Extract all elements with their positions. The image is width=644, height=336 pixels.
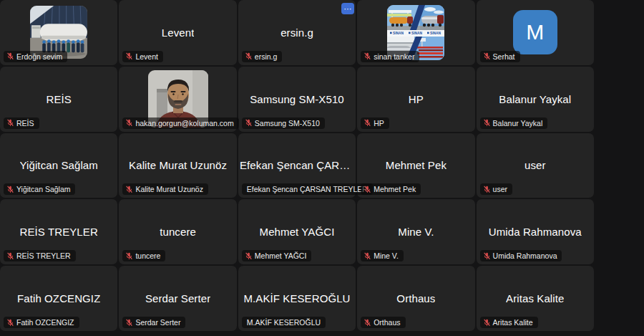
participant-display-name: REİS xyxy=(46,93,71,105)
svg-text:SINAN: SINAN xyxy=(393,32,404,35)
participant-tile[interactable]: Levent Levent xyxy=(119,0,236,65)
participant-label-text: ersin.g xyxy=(255,52,278,61)
muted-mic-icon xyxy=(245,119,253,127)
participant-label-text: Mehmet YAĞCI xyxy=(255,251,307,260)
participant-name-label: Fatih OZCENGIZ xyxy=(4,317,79,328)
participant-name-label: M.AKİF KESEROĞLU xyxy=(242,317,326,328)
participant-name-label: sinan tanker xyxy=(361,51,419,62)
muted-mic-icon xyxy=(125,186,133,193)
participant-display-name: user xyxy=(525,159,546,171)
participant-tile[interactable]: Mehmet Pek Mehmet Pek xyxy=(357,133,474,198)
muted-mic-icon xyxy=(245,252,253,260)
participant-name-label: Balanur Yaykal xyxy=(480,117,548,129)
participant-avatar: M xyxy=(513,10,557,54)
participant-tile[interactable]: REİS REİS xyxy=(0,67,117,132)
participant-label-text: Serhat xyxy=(493,52,515,61)
muted-mic-icon xyxy=(483,52,491,60)
participant-name-label: Yiğitcan Sağlam xyxy=(4,183,75,195)
participant-name-label: user xyxy=(480,183,512,195)
participant-tile[interactable]: Serdar Serter Serdar Serter xyxy=(119,266,236,331)
participant-tile[interactable]: Mine V. Mine V. xyxy=(357,199,474,264)
participant-label-text: Kalite Murat Uzunöz xyxy=(135,185,203,193)
participant-display-name: Umida Rahmanova xyxy=(489,226,582,238)
participant-tile[interactable]: M.AKİF KESEROĞLU M.AKİF KESEROĞLU xyxy=(238,266,356,331)
muted-mic-icon xyxy=(6,52,14,60)
participant-display-name: Samsung SM-X510 xyxy=(250,93,344,105)
participant-display-name: Mehmet YAĞCI xyxy=(260,226,335,238)
participant-name-label: REİS xyxy=(4,117,39,129)
participant-display-name: Fatih OZCENGIZ xyxy=(17,292,100,304)
participant-tile[interactable]: Fatih OZCENGIZ Fatih OZCENGIZ xyxy=(0,266,117,331)
muted-mic-icon xyxy=(6,252,14,260)
participant-tile[interactable]: M Serhat xyxy=(477,0,594,65)
participant-label-text: REİS xyxy=(16,119,34,128)
participant-tile[interactable]: ersin.g ersin.g xyxy=(238,0,356,65)
muted-mic-icon xyxy=(483,186,491,193)
participant-display-name: tuncere xyxy=(160,226,196,238)
participant-tile[interactable]: Mehmet YAĞCI Mehmet YAĞCI xyxy=(238,199,356,264)
participant-name-label: REİS TREYLER xyxy=(4,250,76,261)
participant-display-name: Kalite Murat Uzunöz xyxy=(129,159,227,171)
muted-mic-icon xyxy=(364,319,371,327)
muted-mic-icon xyxy=(125,52,133,60)
muted-mic-icon xyxy=(6,186,14,193)
participant-display-name: REİS TREYLER xyxy=(20,226,98,238)
participant-tile[interactable]: Erdoğn sevim xyxy=(0,0,117,65)
participant-tile[interactable]: user user xyxy=(477,133,594,198)
participant-tile[interactable]: Yiğitcan Sağlam Yiğitcan Sağlam xyxy=(0,133,117,198)
participant-label-text: hakan.gorgun@koluman.com xyxy=(135,119,233,128)
participant-gallery: Erdoğn sevim Levent Levent ersin.g xyxy=(0,0,594,331)
participant-display-name: Levent xyxy=(162,27,195,39)
participant-tile[interactable]: SINAN SINAN SINAN sinan tanker xyxy=(357,0,474,65)
svg-text:SINAN: SINAN xyxy=(430,32,441,35)
participant-label-text: sinan tanker xyxy=(374,52,414,61)
muted-mic-icon xyxy=(125,319,133,327)
participant-display-name: Serdar Serter xyxy=(145,292,210,304)
participant-label-text: tuncere xyxy=(135,251,160,260)
participant-label-text: Efekan Şencan ÇARSAN TREYLER xyxy=(247,185,368,193)
participant-tile[interactable]: Orthaus Orthaus xyxy=(357,266,474,331)
participant-name-label: tuncere xyxy=(122,250,165,261)
participant-label-text: HP xyxy=(374,119,384,128)
participant-name-label: Kalite Murat Uzunöz xyxy=(122,183,208,195)
participant-tile[interactable]: hakan.gorgun@koluman.com xyxy=(119,67,236,132)
participant-name-label: ersin.g xyxy=(242,51,283,62)
participant-name-label: Serhat xyxy=(480,51,520,62)
participant-label-text: Samsung SM-X510 xyxy=(255,119,320,128)
participant-tile[interactable]: tuncere tuncere xyxy=(119,199,236,264)
muted-mic-icon xyxy=(245,52,253,60)
participant-tile[interactable]: Efekan Şencan ÇARSAN... Efekan Şencan ÇA… xyxy=(238,133,356,198)
participant-name-label: Aritas Kalite xyxy=(480,317,538,328)
participant-tile[interactable]: REİS TREYLER REİS TREYLER xyxy=(0,199,117,264)
participant-label-text: Fatih OZCENGIZ xyxy=(16,318,74,327)
muted-mic-icon xyxy=(6,119,14,127)
participant-name-label: Efekan Şencan ÇARSAN TREYLER xyxy=(242,183,373,195)
participant-name-label: Serdar Serter xyxy=(122,317,185,328)
participant-display-name: Efekan Şencan ÇARSAN... xyxy=(240,159,354,171)
participant-label-text: user xyxy=(493,185,507,193)
participant-display-name: Balanur Yaykal xyxy=(499,93,571,105)
participant-label-text: M.AKİF KESEROĞLU xyxy=(247,318,321,327)
participant-name-label: Umida Rahmanova xyxy=(480,250,562,261)
participant-display-name: Mine V. xyxy=(398,226,434,238)
participant-label-text: Balanur Yaykal xyxy=(493,119,543,128)
participant-name-label: hakan.gorgun@koluman.com xyxy=(122,117,238,129)
participant-label-text: Mine V. xyxy=(374,251,399,260)
participant-tile[interactable]: Samsung SM-X510 Samsung SM-X510 xyxy=(238,67,356,132)
meeting-window: ⋯ xyxy=(0,0,644,336)
more-options-button[interactable]: ⋯ xyxy=(341,3,354,14)
participant-display-name: Mehmet Pek xyxy=(386,159,447,171)
participant-name-label: Levent xyxy=(122,51,163,62)
participant-name-label: Mine V. xyxy=(361,250,404,261)
muted-mic-icon xyxy=(125,119,133,127)
participant-name-label: Mehmet YAĞCI xyxy=(242,250,312,261)
svg-text:SINAN: SINAN xyxy=(411,32,422,35)
participant-tile[interactable]: Balanur Yaykal Balanur Yaykal xyxy=(477,67,594,132)
muted-mic-icon xyxy=(364,252,371,260)
participant-display-name: ersin.g xyxy=(280,27,313,39)
participant-tile[interactable]: Umida Rahmanova Umida Rahmanova xyxy=(477,199,594,264)
participant-tile[interactable]: Kalite Murat Uzunöz Kalite Murat Uzunöz xyxy=(119,133,236,198)
participant-tile[interactable]: Aritas Kalite Aritas Kalite xyxy=(477,266,594,331)
participant-label-text: Erdoğn sevim xyxy=(16,52,62,61)
participant-tile[interactable]: HP HP xyxy=(357,67,474,132)
